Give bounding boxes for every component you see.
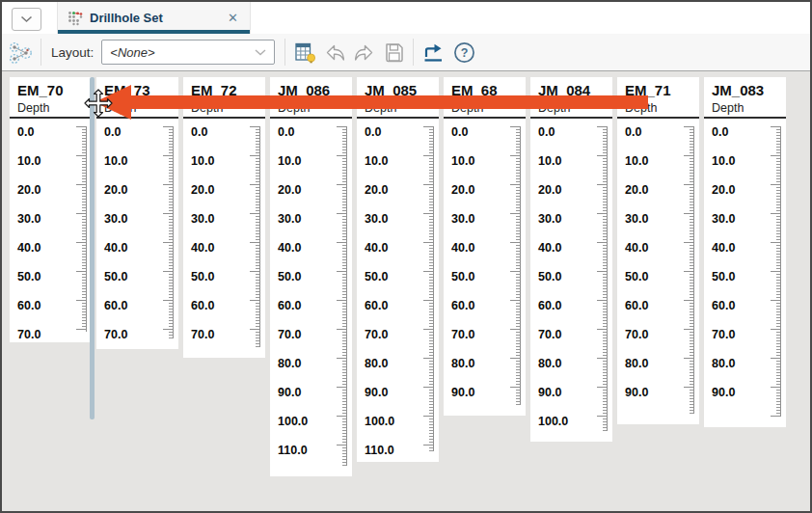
column-drop-indicator[interactable] <box>90 77 95 419</box>
depth-tick-label: 20.0 <box>104 184 127 197</box>
depth-tick-label: 50.0 <box>278 271 301 284</box>
depth-tick-label: 50.0 <box>538 271 561 284</box>
depth-tick-label: 20.0 <box>191 184 214 197</box>
depth-tick-label: 30.0 <box>278 213 301 226</box>
edit-layout-button[interactable] <box>289 37 320 68</box>
drillhole-name: EM_73 <box>96 81 178 100</box>
depth-tick-label: 10.0 <box>278 155 301 168</box>
layout-table-icon <box>293 40 317 65</box>
depth-tick-label: 50.0 <box>451 271 474 284</box>
depth-tick-label: 10.0 <box>538 155 561 168</box>
depth-tick-label: 30.0 <box>365 213 388 226</box>
tab-list-dropdown-button[interactable] <box>12 8 41 31</box>
save-button[interactable] <box>378 37 409 68</box>
toolbar: Layout: <None> <box>2 34 810 71</box>
depth-tick-label: 40.0 <box>278 242 301 255</box>
depth-tick-label: 10.0 <box>451 155 474 168</box>
depth-tick-label: 0.0 <box>451 126 468 139</box>
depth-tick-label: 30.0 <box>104 213 127 226</box>
depth-tick-label: 20.0 <box>625 184 648 197</box>
undo-button[interactable] <box>320 37 349 68</box>
drillhole-column-header[interactable]: JM_086 Depth <box>270 77 352 119</box>
depth-ruler <box>76 126 87 332</box>
drillhole-column-header[interactable]: EM_70 Depth <box>10 77 92 119</box>
depth-tick-label: 20.0 <box>538 184 561 197</box>
drillhole-name: EM_68 <box>444 81 526 100</box>
depth-tick-label: 70.0 <box>365 329 388 341</box>
depth-tick-label: 70.0 <box>17 329 41 341</box>
depth-tick-label: 0.0 <box>538 126 555 139</box>
correlation-set-icon <box>7 40 33 66</box>
depth-tick-label: 90.0 <box>712 387 735 399</box>
depth-tick-label: 100.0 <box>538 416 568 428</box>
depth-axis-label: Depth <box>10 100 92 117</box>
drillhole-name: EM_72 <box>183 81 265 100</box>
depth-scale: 0.010.020.030.040.050.060.070.080.090.01… <box>357 119 439 462</box>
depth-tick-label: 50.0 <box>104 271 127 284</box>
drillhole-column: EM_71 Depth 0.010.020.030.040.050.060.07… <box>617 77 699 424</box>
depth-tick-label: 20.0 <box>17 184 41 197</box>
depth-axis-label: Depth <box>617 100 699 117</box>
drillhole-column-header[interactable]: JM_084 Depth <box>530 77 612 119</box>
depth-scale: 0.010.020.030.040.050.060.070.080.090.01… <box>270 119 352 476</box>
drillhole-column: EM_70 Depth 0.010.020.030.040.050.060.07… <box>10 77 92 342</box>
depth-scale: 0.010.020.030.040.050.060.070.0 <box>96 119 178 349</box>
drillhole-column: JM_086 Depth 0.010.020.030.040.050.060.0… <box>270 77 352 476</box>
depth-tick-label: 70.0 <box>104 329 127 341</box>
depth-tick-label: 60.0 <box>17 300 41 312</box>
depth-tick-label: 0.0 <box>104 126 121 139</box>
drillhole-column-header[interactable]: EM_71 Depth <box>617 77 699 119</box>
redo-icon <box>352 40 376 65</box>
depth-tick-label: 60.0 <box>191 300 214 312</box>
tab-drillhole-set[interactable]: Drillhole Set ✕ <box>57 2 251 34</box>
depth-tick-label: 0.0 <box>278 126 294 139</box>
depth-axis-label: Depth <box>704 100 786 117</box>
depth-tick-label: 110.0 <box>278 445 308 457</box>
depth-scale: 0.010.020.030.040.050.060.070.0 <box>183 119 265 358</box>
close-icon[interactable]: ✕ <box>226 11 240 25</box>
depth-tick-label: 50.0 <box>712 271 735 284</box>
drillhole-column-header[interactable]: EM_72 Depth <box>183 77 265 119</box>
redo-button[interactable] <box>349 37 378 68</box>
depth-ruler <box>510 126 521 405</box>
depth-tick-label: 40.0 <box>365 242 388 255</box>
export-button[interactable] <box>418 37 448 68</box>
depth-ruler <box>423 126 434 451</box>
depth-ruler <box>597 126 608 431</box>
depth-tick-label: 60.0 <box>625 300 648 312</box>
depth-ruler <box>684 126 694 414</box>
depth-tick-label: 60.0 <box>538 300 561 312</box>
depth-scale: 0.010.020.030.040.050.060.070.080.090.0 <box>617 119 699 424</box>
depth-axis-label: Depth <box>357 100 439 117</box>
drillhole-column: EM_73 Depth 0.010.020.030.040.050.060.07… <box>96 77 178 349</box>
depth-axis-label: Depth <box>96 100 178 117</box>
depth-tick-label: 30.0 <box>17 213 41 226</box>
depth-tick-label: 70.0 <box>278 329 301 341</box>
depth-tick-label: 70.0 <box>191 329 214 341</box>
chevron-down-icon <box>255 49 266 56</box>
drillhole-column: JM_084 Depth 0.010.020.030.040.050.060.0… <box>530 77 612 442</box>
depth-tick-label: 10.0 <box>104 155 127 168</box>
depth-tick-label: 70.0 <box>625 329 648 341</box>
depth-ruler <box>771 126 781 417</box>
drillhole-column: EM_68 Depth 0.010.020.030.040.050.060.07… <box>444 77 526 416</box>
correlation-set-button[interactable] <box>2 37 37 68</box>
drillhole-column-header[interactable]: JM_083 Depth <box>704 77 786 119</box>
drillhole-column-header[interactable]: JM_085 Depth <box>357 77 439 119</box>
depth-tick-label: 60.0 <box>104 300 127 312</box>
depth-tick-label: 0.0 <box>17 126 34 139</box>
depth-scale: 0.010.020.030.040.050.060.070.080.090.01… <box>530 119 612 442</box>
drillhole-column: JM_083 Depth 0.010.020.030.040.050.060.0… <box>704 77 786 427</box>
depth-scale: 0.010.020.030.040.050.060.070.080.090.0 <box>704 119 786 427</box>
help-button[interactable]: ? <box>448 37 479 68</box>
depth-tick-label: 80.0 <box>451 358 474 370</box>
drillhole-column-header[interactable]: EM_68 Depth <box>444 77 526 119</box>
columns-area: EM_70 Depth 0.010.020.030.040.050.060.07… <box>2 71 810 511</box>
depth-scale: 0.010.020.030.040.050.060.070.0 <box>10 119 92 342</box>
toolbar-separator <box>284 39 285 66</box>
depth-tick-label: 20.0 <box>712 184 735 197</box>
drillhole-column-header[interactable]: EM_73 Depth <box>96 77 178 119</box>
depth-tick-label: 90.0 <box>278 387 301 399</box>
layout-select[interactable]: <None> <box>101 40 275 65</box>
depth-tick-label: 80.0 <box>538 358 561 370</box>
